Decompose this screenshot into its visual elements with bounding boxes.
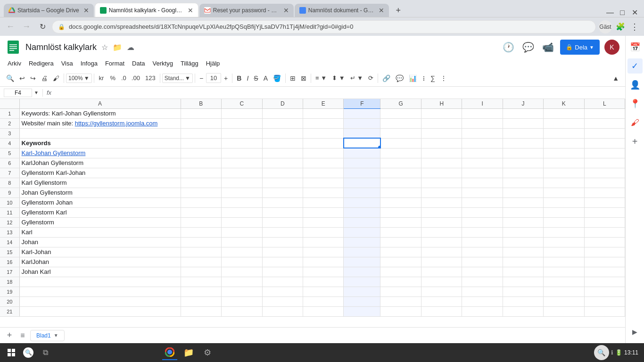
grid-cell[interactable] <box>544 207 584 217</box>
grid-cell[interactable]: Karl-Johan <box>19 247 181 257</box>
paint-format-button[interactable]: 🖌 <box>50 73 62 83</box>
grid-cell[interactable] <box>262 128 303 138</box>
app-title[interactable]: Namnlöst kalkylark <box>25 42 97 52</box>
grid-cell[interactable] <box>262 277 303 287</box>
grid-cell[interactable] <box>380 197 421 207</box>
grid-cell[interactable] <box>19 287 181 296</box>
grid-cell[interactable] <box>380 148 421 158</box>
grid-cell[interactable] <box>503 108 543 118</box>
sheet-tab-blad1[interactable]: Blad1 ▼ <box>30 330 65 341</box>
grid-cell[interactable] <box>503 306 543 316</box>
grid-cell[interactable] <box>380 168 421 178</box>
address-bar[interactable]: 🔒 docs.google.com/spreadsheets/d/18XTcNn… <box>52 20 596 33</box>
grid-cell[interactable] <box>544 108 584 118</box>
grid-cell[interactable] <box>262 197 303 207</box>
row-number[interactable]: 10 <box>0 197 19 207</box>
collapse-toolbar-btn[interactable]: ▲ <box>610 73 621 83</box>
grid-cell[interactable] <box>462 217 503 227</box>
grid-cell[interactable] <box>421 207 462 217</box>
grid-cell[interactable] <box>380 178 421 188</box>
grid-cell[interactable] <box>421 237 462 247</box>
grid-cell[interactable] <box>584 267 625 277</box>
grid-cell[interactable] <box>380 237 421 247</box>
fill-color-button[interactable]: 🪣 <box>271 73 283 83</box>
text-color-button[interactable]: A <box>261 73 270 83</box>
grid-cell[interactable] <box>181 287 221 296</box>
grid-cell[interactable] <box>584 197 625 207</box>
cloud-button[interactable]: ☁ <box>127 43 134 52</box>
grid-cell[interactable] <box>19 277 181 287</box>
grid-cell[interactable] <box>421 227 462 237</box>
grid-cell[interactable] <box>544 277 584 287</box>
grid-cell[interactable]: Johan Gyllenstorm <box>19 188 181 197</box>
grid-cell[interactable] <box>181 178 221 188</box>
menu-infoga[interactable]: Infoga <box>77 58 101 69</box>
grid-cell[interactable] <box>421 168 462 178</box>
grid-cell[interactable] <box>262 178 303 188</box>
grid-cell[interactable] <box>303 207 343 217</box>
grid-cell[interactable] <box>222 188 262 197</box>
grid-cell[interactable] <box>503 197 543 207</box>
grid-cell[interactable] <box>462 178 503 188</box>
grid-cell[interactable] <box>262 217 303 227</box>
grid-cell[interactable] <box>262 257 303 267</box>
menu-verktyg[interactable]: Verktyg <box>149 58 177 69</box>
grid-cell[interactable] <box>584 247 625 257</box>
tab-gmail[interactable]: Reset your password - kgyllensto... ✕ <box>199 4 294 17</box>
grid-cell[interactable] <box>19 128 181 138</box>
grid-cell[interactable]: Gyllenstorm Karl <box>19 207 181 217</box>
add-sidebar-icon[interactable]: + <box>627 134 643 149</box>
grid-cell[interactable] <box>584 306 625 316</box>
grid-cell[interactable] <box>421 108 462 118</box>
user-avatar[interactable]: K <box>604 40 619 55</box>
filter-button[interactable]: ⫶ <box>420 73 428 83</box>
grid-cell[interactable] <box>181 257 221 267</box>
grid-cell[interactable] <box>380 267 421 277</box>
grid-cell[interactable] <box>344 217 380 227</box>
grid-cell[interactable]: Karl Gyllenstorm <box>19 178 181 188</box>
currency-btn[interactable]: kr <box>96 73 107 83</box>
grid-cell[interactable] <box>584 237 625 247</box>
link-button[interactable]: 🔗 <box>380 73 393 83</box>
grid-cell[interactable] <box>462 306 503 316</box>
contacts-sidebar-icon[interactable]: 👤 <box>627 77 643 92</box>
row-number[interactable]: 20 <box>0 296 19 306</box>
percent-btn[interactable]: % <box>107 73 118 83</box>
grid-cell[interactable] <box>181 168 221 178</box>
menu-format[interactable]: Format <box>101 58 128 69</box>
menu-data[interactable]: Data <box>128 58 149 69</box>
grid-cell[interactable] <box>344 138 380 148</box>
halign-button[interactable]: ≡ ▼ <box>313 73 329 83</box>
expand-sidebar-icon[interactable]: ▶ <box>627 324 643 339</box>
maps-sidebar-icon[interactable]: 📍 <box>627 96 643 111</box>
grid-cell[interactable]: KarlJohan <box>19 257 181 267</box>
grid-cell[interactable] <box>303 257 343 267</box>
grid-cell[interactable] <box>380 227 421 237</box>
grid-cell[interactable] <box>303 296 343 306</box>
col-header-E[interactable]: E <box>303 99 343 108</box>
grid-cell[interactable] <box>544 217 584 227</box>
grid-cell[interactable] <box>222 168 262 178</box>
row-number[interactable]: 17 <box>0 267 19 277</box>
grid-cell[interactable] <box>222 306 262 316</box>
grid-cell[interactable] <box>584 287 625 296</box>
function-button[interactable]: ∑ <box>428 73 438 83</box>
taskbar-chrome-icon[interactable] <box>162 345 177 360</box>
grid-cell[interactable] <box>421 267 462 277</box>
close-window-button[interactable]: ✕ <box>629 8 640 17</box>
col-header-L[interactable]: L <box>584 99 625 108</box>
grid-cell[interactable] <box>222 237 262 247</box>
maximize-button[interactable]: □ <box>617 8 628 17</box>
grid-cell[interactable] <box>503 267 543 277</box>
grid-cell[interactable] <box>262 247 303 257</box>
grid-cell[interactable] <box>584 128 625 138</box>
grid-cell[interactable] <box>544 148 584 158</box>
grid-cell[interactable] <box>544 128 584 138</box>
comments-button[interactable]: 💬 <box>520 40 536 55</box>
grid-cell[interactable] <box>421 138 462 148</box>
grid-cell[interactable] <box>262 207 303 217</box>
grid-cell[interactable] <box>303 267 343 277</box>
grid-cell[interactable] <box>503 118 543 128</box>
grid-cell[interactable] <box>262 188 303 197</box>
row-number[interactable]: 2 <box>0 118 19 128</box>
